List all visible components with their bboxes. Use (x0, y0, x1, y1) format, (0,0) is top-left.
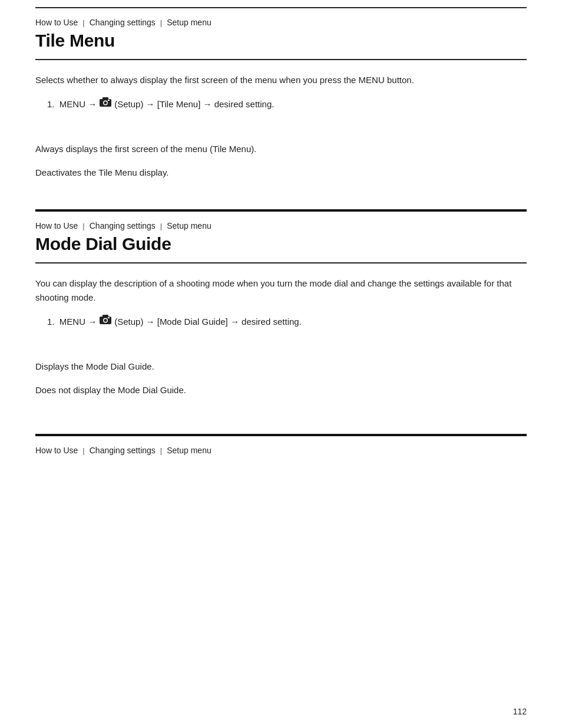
mode-dial-guide-instructions: 1. MENU → (Setup) → [Mode Dial Guide] → … (47, 314, 527, 329)
setup-icon-2 (99, 314, 112, 329)
breadcrumb-sep-3a: | (82, 446, 84, 455)
breadcrumb-changing-settings-3[interactable]: Changing settings (90, 446, 156, 455)
breadcrumb-2: How to Use | Changing settings | Setup m… (35, 212, 527, 234)
breadcrumb-sep-2a: | (82, 222, 84, 230)
svg-rect-9 (108, 317, 110, 318)
tile-menu-body: Selects whether to always display the fi… (0, 60, 562, 209)
breadcrumb-setup-menu-3[interactable]: Setup menu (167, 446, 211, 455)
tile-menu-note-1: Always displays the first screen of the … (35, 142, 527, 156)
breadcrumb-1: How to Use | Changing settings | Setup m… (35, 8, 527, 31)
svg-rect-6 (103, 315, 108, 317)
mode-dial-guide-note-1: Displays the Mode Dial Guide. (35, 360, 527, 374)
section-mode-dial-guide: How to Use | Changing settings | Setup m… (0, 209, 562, 434)
breadcrumb-3: How to Use | Changing settings | Setup m… (35, 436, 527, 459)
svg-point-8 (104, 319, 107, 322)
breadcrumb-changing-settings-1[interactable]: Changing settings (90, 18, 156, 27)
svg-rect-1 (103, 97, 108, 100)
page-container: How to Use | Changing settings | Setup m… (0, 0, 562, 728)
breadcrumb-section-3: How to Use | Changing settings | Setup m… (0, 436, 562, 459)
breadcrumb-sep-2b: | (160, 222, 162, 230)
section-third: How to Use | Changing settings | Setup m… (0, 434, 562, 459)
breadcrumb-how-to-use-3[interactable]: How to Use (35, 446, 78, 455)
tile-menu-title: Tile Menu (35, 31, 527, 59)
tile-menu-description: Selects whether to always display the fi… (35, 73, 527, 87)
tile-menu-instruction-item: 1. MENU → (Setup) → [Tile Menu] → desire… (47, 97, 527, 111)
mode-dial-guide-title: Mode Dial Guide (35, 234, 527, 262)
instruction-text-1: (Setup) → [Tile Menu] → desired setting. (114, 97, 274, 111)
instruction-number-1: 1. MENU → (47, 97, 97, 111)
tile-menu-note-2: Deactivates the Tile Menu display. (35, 166, 527, 180)
instruction-number-2: 1. MENU → (47, 315, 97, 329)
breadcrumb-setup-menu-1[interactable]: Setup menu (167, 18, 211, 27)
breadcrumb-sep-1a: | (82, 18, 84, 27)
mode-dial-guide-description: You can display the description of a sho… (35, 276, 527, 305)
svg-point-3 (104, 101, 107, 104)
breadcrumb-changing-settings-2[interactable]: Changing settings (90, 221, 156, 230)
breadcrumb-setup-menu-2[interactable]: Setup menu (167, 221, 211, 230)
breadcrumb-sep-1b: | (160, 18, 162, 27)
setup-icon-1 (99, 97, 112, 111)
breadcrumb-sep-3b: | (160, 446, 162, 455)
svg-rect-4 (108, 100, 110, 101)
breadcrumb-how-to-use-2[interactable]: How to Use (35, 221, 78, 230)
tile-menu-instructions: 1. MENU → (Setup) → [Tile Menu] → desire… (47, 97, 527, 111)
mode-dial-guide-note-2: Does not display the Mode Dial Guide. (35, 383, 527, 397)
mode-dial-guide-body: You can display the description of a sho… (0, 263, 562, 434)
breadcrumb-section-2: How to Use | Changing settings | Setup m… (0, 212, 562, 262)
instruction-text-2: (Setup) → [Mode Dial Guide] → desired se… (114, 315, 302, 329)
breadcrumb-how-to-use-1[interactable]: How to Use (35, 18, 78, 27)
breadcrumb-section-1: How to Use | Changing settings | Setup m… (0, 8, 562, 59)
mode-dial-guide-instruction-item: 1. MENU → (Setup) → [Mode Dial Guide] → … (47, 314, 527, 329)
page-number: 112 (513, 707, 527, 716)
section-tile-menu: How to Use | Changing settings | Setup m… (0, 0, 562, 209)
